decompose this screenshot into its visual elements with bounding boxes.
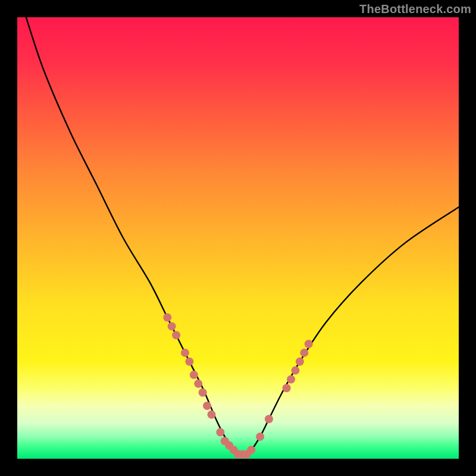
- marker-dot: [194, 380, 202, 388]
- marker-dot: [163, 314, 171, 322]
- marker-dot: [265, 415, 273, 423]
- marker-dot: [283, 384, 291, 392]
- marker-dot: [190, 371, 198, 379]
- marker-dot: [305, 340, 313, 348]
- chart-frame: [17, 17, 459, 459]
- marker-dot: [247, 446, 255, 454]
- marker-dot: [287, 375, 295, 383]
- marker-dot: [207, 411, 215, 419]
- marker-dot: [172, 331, 180, 339]
- marker-dot: [256, 433, 264, 441]
- marker-dot: [296, 358, 304, 366]
- bottleneck-curve: [26, 17, 459, 455]
- highlight-markers: [163, 314, 312, 459]
- marker-dot: [203, 402, 211, 410]
- marker-dot: [168, 322, 176, 330]
- marker-dot: [181, 349, 189, 357]
- marker-dot: [291, 367, 299, 375]
- chart-plot: [17, 17, 459, 459]
- marker-dot: [216, 428, 224, 436]
- marker-dot: [199, 389, 207, 397]
- marker-dot: [300, 349, 308, 357]
- watermark-text: TheBottleneck.com: [359, 2, 471, 16]
- marker-dot: [185, 358, 193, 366]
